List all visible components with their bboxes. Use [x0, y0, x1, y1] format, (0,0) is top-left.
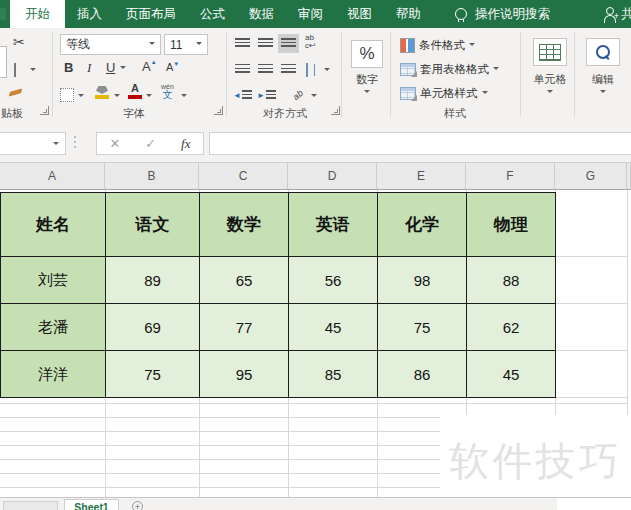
table-cell[interactable]: 62: [467, 304, 556, 351]
file-menu-clipped[interactable]: [0, 8, 6, 20]
format-painter-icon[interactable]: [9, 88, 23, 96]
tab-help[interactable]: 帮助: [384, 0, 433, 28]
cancel-icon[interactable]: ✕: [109, 136, 120, 151]
orientation-dropdown[interactable]: [311, 94, 317, 100]
grow-font-button[interactable]: A▲: [142, 59, 157, 74]
table-cell[interactable]: 洋洋: [1, 351, 106, 398]
new-sheet-button[interactable]: +: [132, 501, 143, 510]
table-cell[interactable]: 95: [200, 351, 289, 398]
cells-button[interactable]: [533, 38, 567, 66]
table-cell[interactable]: 88: [467, 257, 556, 304]
paste-button-clipped[interactable]: [0, 46, 7, 78]
tab-insert[interactable]: 插入: [65, 0, 114, 28]
share-button[interactable]: + 共: [603, 0, 631, 28]
align-top-button[interactable]: [232, 34, 253, 53]
table-cell[interactable]: 45: [289, 304, 378, 351]
cut-icon[interactable]: ✂: [13, 34, 25, 50]
align-bottom-button-selected[interactable]: [278, 34, 299, 53]
alignment-dialog-launcher[interactable]: [331, 106, 340, 115]
cells-dropdown[interactable]: [547, 90, 553, 96]
sheet-nav-buttons[interactable]: [3, 501, 58, 510]
table-cell[interactable]: 56: [289, 257, 378, 304]
clipboard-dialog-launcher[interactable]: [40, 106, 49, 115]
number-dropdown[interactable]: [364, 90, 370, 96]
column-header-C[interactable]: C: [199, 163, 288, 189]
enter-icon[interactable]: ✓: [145, 136, 156, 151]
align-middle-button[interactable]: [255, 34, 276, 53]
table-cell[interactable]: 语文: [106, 193, 200, 257]
align-center-button[interactable]: [255, 60, 276, 79]
merge-dropdown[interactable]: [324, 68, 330, 74]
column-header-G[interactable]: G: [555, 163, 627, 189]
formula-bar-grip[interactable]: [74, 136, 76, 138]
font-dialog-launcher[interactable]: [214, 106, 223, 115]
table-cell[interactable]: 86: [378, 351, 467, 398]
table-cell[interactable]: 物理: [467, 193, 556, 257]
borders-button[interactable]: [60, 88, 74, 102]
name-box[interactable]: [0, 132, 66, 155]
table-cell[interactable]: 数学: [200, 193, 289, 257]
wrap-text-button[interactable]: ab c↩: [305, 34, 316, 50]
styles-item-2[interactable]: 单元格样式: [400, 86, 488, 101]
underline-button[interactable]: U: [106, 60, 115, 75]
align-right-button[interactable]: [278, 60, 299, 79]
column-header-E[interactable]: E: [377, 163, 466, 189]
italic-button[interactable]: I: [87, 60, 91, 76]
underline-dropdown[interactable]: [120, 66, 126, 72]
copy-dropdown[interactable]: [30, 68, 36, 74]
table-cell[interactable]: 化学: [378, 193, 467, 257]
font-color-button[interactable]: A: [128, 83, 142, 99]
table-cell[interactable]: 77: [200, 304, 289, 351]
column-header-F[interactable]: F: [466, 163, 555, 189]
tab-data[interactable]: 数据: [237, 0, 286, 28]
align-left-button[interactable]: [232, 60, 253, 79]
bold-button[interactable]: B: [64, 60, 73, 75]
table-cell[interactable]: 75: [378, 304, 467, 351]
column-header-D[interactable]: D: [288, 163, 377, 189]
decrease-indent-button[interactable]: ◄: [232, 86, 253, 105]
table-cell[interactable]: 85: [289, 351, 378, 398]
number-format-button[interactable]: %: [351, 40, 383, 68]
tab-formulas[interactable]: 公式: [188, 0, 237, 28]
table-cell[interactable]: 69: [106, 304, 200, 351]
table-cell[interactable]: 姓名: [1, 193, 106, 257]
table-cell[interactable]: 刘芸: [1, 257, 106, 304]
fill-color-button[interactable]: [95, 86, 109, 99]
magnifier-icon: [596, 45, 610, 59]
align-middle-icon: [258, 38, 273, 49]
table-cell[interactable]: 老潘: [1, 304, 106, 351]
table-cell[interactable]: 65: [200, 257, 289, 304]
styles-item-1[interactable]: 套用表格格式: [400, 62, 499, 77]
borders-dropdown[interactable]: [78, 94, 84, 100]
font-size-select[interactable]: 11: [164, 34, 208, 55]
table-cell[interactable]: 89: [106, 257, 200, 304]
column-header-B[interactable]: B: [105, 163, 199, 189]
phonetic-dropdown[interactable]: [181, 94, 187, 100]
table-cell[interactable]: 75: [106, 351, 200, 398]
table-cell[interactable]: 45: [467, 351, 556, 398]
increase-indent-button[interactable]: ►: [256, 86, 277, 105]
formula-input[interactable]: [209, 132, 631, 155]
sheet-tab-sheet1[interactable]: Sheet1: [64, 499, 119, 510]
table-cell[interactable]: 98: [378, 257, 467, 304]
phonetic-guide-button[interactable]: wén 文: [161, 83, 174, 100]
tab-view[interactable]: 视图: [335, 0, 384, 28]
styles-item-0[interactable]: 条件格式: [400, 38, 475, 53]
editing-button[interactable]: [586, 38, 620, 66]
column-header-A[interactable]: A: [0, 163, 105, 189]
editing-dropdown[interactable]: [600, 90, 606, 96]
fill-color-dropdown[interactable]: [114, 94, 120, 100]
orientation-button[interactable]: ab: [291, 88, 305, 102]
tab-page-layout[interactable]: 页面布局: [114, 0, 188, 28]
font-color-dropdown[interactable]: [146, 94, 152, 100]
tab-review[interactable]: 审阅: [286, 0, 335, 28]
merge-center-icon[interactable]: [306, 63, 308, 77]
shrink-font-button[interactable]: A▼: [166, 61, 179, 73]
font-name-select[interactable]: 等线: [60, 34, 161, 55]
tab-home[interactable]: 开始: [10, 0, 65, 28]
conditional-formatting-icon: [400, 38, 415, 53]
tell-me-search[interactable]: 操作说明搜索: [455, 0, 550, 28]
insert-function-icon[interactable]: fx: [181, 136, 190, 152]
table-cell[interactable]: 英语: [289, 193, 378, 257]
copy-icon[interactable]: [14, 63, 16, 77]
